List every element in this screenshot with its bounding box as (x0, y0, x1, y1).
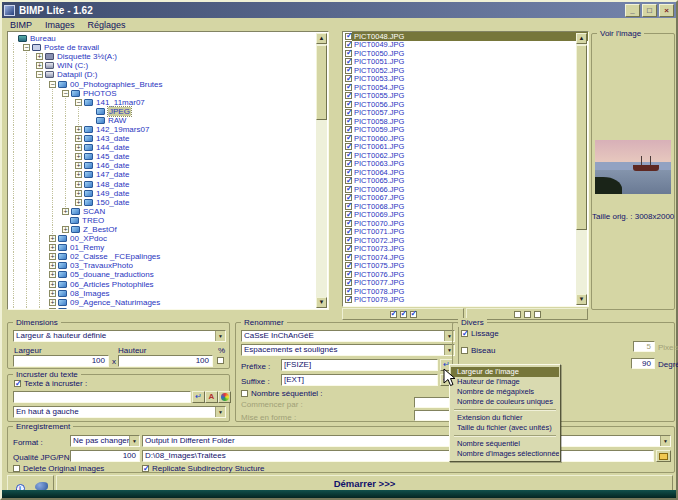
file-row[interactable]: PICT0070.JPG (343, 219, 588, 228)
tree-expander-icon[interactable]: + (75, 190, 82, 197)
file-row[interactable]: PICT0058.JPG (343, 117, 588, 126)
tree-item[interactable]: −PHOTOS (10, 89, 328, 98)
tree-expander-icon[interactable]: + (36, 53, 43, 60)
tree-expander-icon[interactable]: − (62, 90, 69, 97)
overlay-text-checkbox[interactable] (14, 380, 21, 387)
file-checkbox[interactable] (345, 152, 352, 159)
tree-item[interactable]: +149_date (10, 189, 328, 198)
tree-expander-icon[interactable]: + (49, 235, 56, 242)
tree-expander-icon[interactable]: + (62, 226, 69, 233)
tree-item[interactable]: +09_Agence_Naturimages (10, 298, 328, 307)
tree-expander-icon[interactable]: + (75, 153, 82, 160)
file-row[interactable]: PICT0059.JPG (343, 126, 588, 135)
tree-item[interactable]: +08_Images (10, 289, 328, 298)
scroll-up-icon[interactable]: ▲ (576, 33, 587, 44)
start-at-input[interactable] (414, 397, 454, 408)
tree-item[interactable]: +144_date (10, 143, 328, 152)
sequential-checkbox[interactable] (241, 390, 248, 397)
context-menu-item[interactable]: Nombre d'images sélectionnées (451, 449, 559, 459)
file-checkbox[interactable] (345, 169, 352, 176)
file-checkbox[interactable] (345, 50, 352, 57)
file-checkbox[interactable] (345, 271, 352, 278)
web-button[interactable] (31, 477, 51, 490)
tree-item[interactable]: +147_date (10, 170, 328, 179)
tree-expander-icon[interactable]: − (36, 71, 43, 78)
file-checkbox[interactable] (345, 279, 352, 286)
tree-item[interactable]: −141_11mar07 (10, 98, 328, 107)
width-input[interactable]: 100 (13, 355, 109, 367)
file-row[interactable]: PICT0072.JPG (343, 236, 588, 245)
replicate-checkbox[interactable] (142, 465, 149, 472)
tree-item[interactable]: +142_19mars07 (10, 125, 328, 134)
file-row[interactable]: PICT0075.JPG (343, 262, 588, 271)
tree-expander-icon[interactable]: + (49, 290, 56, 297)
close-button[interactable]: × (659, 4, 674, 17)
tree-expander-icon[interactable]: + (36, 62, 43, 69)
tree-item[interactable]: −Poste de travail (10, 43, 328, 52)
file-checkbox[interactable] (345, 203, 352, 210)
file-row[interactable]: PICT0068.JPG (343, 202, 588, 211)
insert-variable-button[interactable]: ↵ (192, 391, 205, 403)
info-button[interactable]: i (10, 477, 30, 490)
context-menu-item[interactable]: Largeur de l'image (451, 367, 559, 377)
file-checkbox[interactable] (345, 237, 352, 244)
tree-expander-icon[interactable]: + (49, 262, 56, 269)
suffix-input[interactable]: [EXT] (281, 374, 438, 386)
file-checkbox[interactable] (345, 75, 352, 82)
tree-item[interactable]: +02_Caisse _FCEpalinges (10, 252, 328, 261)
file-row[interactable]: PICT0055.JPG (343, 92, 588, 101)
file-checkbox[interactable] (345, 101, 352, 108)
rotation-degrees-input[interactable]: 90 (631, 358, 655, 369)
file-row[interactable]: PICT0063.JPG (343, 160, 588, 169)
file-checkbox[interactable] (345, 228, 352, 235)
tree-item[interactable]: +150_date (10, 198, 328, 207)
number-format-input[interactable] (414, 410, 454, 421)
file-checkbox[interactable] (345, 33, 352, 40)
resize-mode-select[interactable]: Largeur & hauteur définie▼ (13, 330, 226, 342)
smoothing-checkbox[interactable] (461, 330, 468, 337)
menu-item-réglages[interactable]: Réglages (82, 19, 133, 31)
file-checkbox[interactable] (345, 262, 352, 269)
context-menu-item[interactable]: Taille du fichier (avec unités) (451, 423, 559, 433)
file-checkbox[interactable] (345, 67, 352, 74)
tree-expander-icon[interactable]: + (75, 181, 82, 188)
menu-item-bimp[interactable]: BIMP (4, 19, 39, 31)
font-picker-button[interactable]: A (205, 391, 218, 403)
scroll-up-icon[interactable]: ▲ (316, 33, 327, 44)
tree-expander-icon[interactable]: + (49, 244, 56, 251)
tree-expander-icon[interactable]: + (49, 299, 56, 306)
file-row[interactable]: PICT0066.JPG (343, 185, 588, 194)
tree-item[interactable]: +WIN (C:) (10, 61, 328, 70)
maximize-button[interactable]: □ (642, 4, 657, 17)
file-checkbox[interactable] (345, 84, 352, 91)
file-row[interactable]: PICT0067.JPG (343, 194, 588, 203)
tree-expander-icon[interactable]: + (75, 162, 82, 169)
file-checkbox[interactable] (345, 109, 352, 116)
file-row[interactable]: PICT0060.JPG (343, 134, 588, 143)
context-menu-item[interactable]: Nombre séquentiel (451, 439, 559, 449)
tree-expander-icon[interactable]: − (75, 99, 82, 106)
file-row[interactable]: PICT0061.JPG (343, 143, 588, 152)
file-row[interactable]: PICT0054.JPG (343, 83, 588, 92)
context-menu-item[interactable]: Nombre de couleurs uniques (451, 397, 559, 407)
spacing-select[interactable]: Espacements et soulignés▼ (241, 344, 455, 356)
file-row[interactable]: PICT0065.JPG (343, 177, 588, 186)
tree-item[interactable]: +03_TravauxPhoto (10, 261, 328, 270)
tree-item[interactable]: +Disquette 3½(A:) (10, 52, 328, 61)
file-row[interactable]: PICT0071.JPG (343, 228, 588, 237)
browse-folder-button[interactable] (656, 450, 671, 462)
file-checkbox[interactable] (345, 126, 352, 133)
overlay-text-input[interactable] (13, 391, 191, 403)
output-mode-select[interactable]: Output in Different Folder▼ (142, 435, 671, 447)
tree-item[interactable]: +143_date (10, 134, 328, 143)
file-checkbox[interactable] (345, 135, 352, 142)
tree-item[interactable]: +145_date (10, 152, 328, 161)
format-select[interactable]: Ne pas changer▼ (70, 435, 140, 447)
file-row[interactable]: PICT0053.JPG (343, 75, 588, 84)
tree-expander-icon[interactable]: − (23, 44, 30, 51)
tree-item[interactable]: −Datapil (D:) (10, 70, 328, 79)
tree-item[interactable]: +SCAN (10, 207, 328, 216)
file-checkbox[interactable] (345, 288, 352, 295)
file-row[interactable]: PICT0050.JPG (343, 49, 588, 58)
file-checkbox[interactable] (345, 186, 352, 193)
